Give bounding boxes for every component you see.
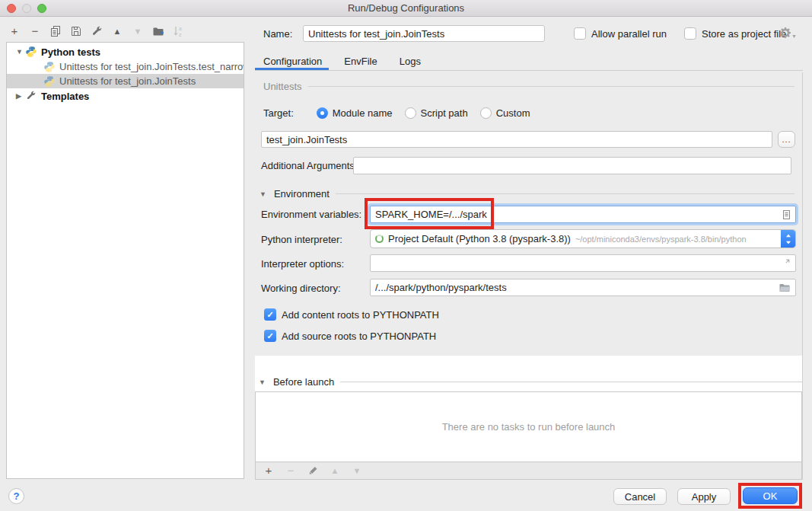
- target-input[interactable]: [261, 131, 772, 148]
- remove-icon[interactable]: −: [29, 25, 41, 37]
- close-window-button[interactable]: [7, 4, 16, 13]
- tree-item-python-tests[interactable]: ▼ Python tests: [7, 44, 244, 59]
- tree-item-unittest-narrow[interactable]: Unittests for test_join.JoinTests.test_n…: [7, 59, 244, 74]
- environment-variables-label: Environment variables:: [261, 209, 361, 220]
- configurations-tree: ▼ Python tests Unittests for test_join.J…: [6, 42, 244, 479]
- ok-button-label: OK: [763, 490, 778, 502]
- python-interpreter-label: Python interpreter:: [261, 234, 342, 245]
- move-task-up-icon: ▲: [329, 465, 341, 477]
- radio-icon[interactable]: [405, 107, 416, 119]
- add-icon[interactable]: +: [8, 25, 21, 37]
- python-interpreter-select[interactable]: Project Default (Python 3.8 (pyspark-3.8…: [370, 229, 796, 248]
- chevron-down-icon: ▼: [791, 34, 797, 39]
- radio-module-name[interactable]: Module name: [317, 107, 393, 119]
- tree-item-label: Python tests: [41, 46, 100, 58]
- chevron-down-icon[interactable]: ▼: [16, 48, 25, 56]
- traffic-lights: [7, 4, 46, 13]
- move-up-icon[interactable]: ▲: [111, 25, 123, 37]
- before-launch-toolbar: + − ▲ ▼: [255, 461, 802, 480]
- interpreter-options-input[interactable]: [370, 254, 796, 272]
- python-icon: [43, 75, 56, 88]
- radio-icon[interactable]: [480, 107, 492, 119]
- python-icon: [43, 61, 56, 73]
- checkbox-checked-icon[interactable]: ✓: [264, 308, 276, 321]
- store-as-project-file-checkbox[interactable]: Store as project file: [684, 27, 786, 40]
- name-input[interactable]: [303, 25, 545, 42]
- group-environment-label: Environment: [274, 188, 330, 200]
- python-interpreter-path: ~/opt/miniconda3/envs/pyspark-3.8/bin/py…: [575, 235, 747, 244]
- python-interpreter-value: Project Default (Python 3.8 (pyspark-3.8…: [388, 233, 571, 244]
- zoom-window-button[interactable]: [37, 4, 46, 13]
- radio-script-path[interactable]: Script path: [405, 107, 468, 119]
- folder-icon[interactable]: [779, 282, 791, 294]
- stepper-icon[interactable]: [781, 230, 795, 248]
- group-unittests: Unittests: [263, 81, 794, 92]
- move-down-icon: ▼: [132, 25, 144, 37]
- working-directory-value: /.../spark/python/pyspark/tests: [375, 282, 779, 293]
- add-task-icon[interactable]: +: [263, 465, 275, 477]
- env-list-icon[interactable]: [780, 209, 792, 221]
- move-task-down-icon: ▼: [351, 465, 363, 477]
- chevron-down-icon[interactable]: ▼: [260, 190, 266, 198]
- add-source-roots-label: Add source roots to PYTHONPATH: [282, 331, 436, 342]
- radio-selected-icon[interactable]: [317, 107, 328, 119]
- tree-item-templates[interactable]: ▶ Templates: [7, 88, 244, 104]
- tree-item-label: Unittests for test_join.JoinTests: [59, 75, 196, 87]
- additional-arguments-input[interactable]: [353, 157, 791, 174]
- group-environment: ▼ Environment: [260, 188, 794, 200]
- checkbox-icon[interactable]: [574, 27, 586, 40]
- store-as-project-file-label: Store as project file: [702, 28, 786, 40]
- python-icon: [25, 46, 37, 58]
- edit-templates-icon[interactable]: [91, 25, 103, 37]
- interpreter-options-label: Interpreter options:: [261, 258, 344, 270]
- chevron-right-icon[interactable]: ▶: [16, 92, 25, 100]
- apply-button[interactable]: Apply: [677, 488, 731, 505]
- allow-parallel-run-checkbox[interactable]: Allow parallel run: [574, 27, 667, 40]
- divider: [308, 86, 794, 87]
- before-launch-tasks-list: There are no tasks to run before launch: [255, 391, 802, 462]
- help-button[interactable]: ?: [8, 488, 24, 504]
- browse-button[interactable]: ...: [778, 131, 795, 148]
- checkbox-checked-icon[interactable]: ✓: [264, 330, 276, 342]
- tab-envfile[interactable]: EnvFile: [344, 52, 377, 70]
- radio-module-name-label: Module name: [333, 107, 393, 119]
- before-launch-empty-text: There are no tasks to run before launch: [442, 421, 616, 433]
- tree-item-unittest-jointests[interactable]: Unittests for test_join.JoinTests: [7, 74, 244, 88]
- additional-arguments-label: Additional Arguments:: [261, 160, 357, 171]
- radio-custom[interactable]: Custom: [480, 107, 530, 119]
- svg-text:a: a: [179, 26, 182, 31]
- environment-variables-input[interactable]: SPARK_HOME=/.../spark: [370, 206, 796, 223]
- working-directory-label: Working directory:: [261, 283, 341, 294]
- add-source-roots-checkbox[interactable]: ✓ Add source roots to PYTHONPATH: [264, 330, 436, 342]
- allow-parallel-run-label: Allow parallel run: [591, 28, 667, 40]
- title-bar: Run/Debug Configurations: [0, 0, 812, 17]
- save-icon[interactable]: [70, 25, 82, 37]
- svg-text:z: z: [179, 32, 182, 37]
- remove-task-icon: −: [285, 465, 297, 477]
- name-label: Name:: [263, 28, 292, 40]
- target-label: Target:: [263, 107, 294, 119]
- copy-icon[interactable]: [49, 25, 62, 37]
- gear-icon: [779, 27, 791, 39]
- cancel-button-label: Cancel: [625, 491, 655, 503]
- checkbox-icon[interactable]: [684, 27, 696, 40]
- sort-alpha-icon: az: [173, 25, 185, 37]
- chevron-down-icon[interactable]: ▼: [259, 378, 266, 386]
- radio-script-path-label: Script path: [421, 107, 468, 119]
- expand-icon[interactable]: [780, 258, 791, 269]
- radio-custom-label: Custom: [496, 107, 530, 119]
- tab-logs[interactable]: Logs: [400, 52, 421, 70]
- browse-icon: ...: [782, 135, 791, 144]
- cancel-button[interactable]: Cancel: [613, 488, 667, 505]
- tree-item-label: Unittests for test_join.JoinTests.test_n…: [59, 61, 244, 72]
- ok-button[interactable]: OK: [743, 487, 798, 504]
- working-directory-input[interactable]: /.../spark/python/pyspark/tests: [370, 279, 796, 296]
- environment-variables-value: SPARK_HOME=/.../spark: [375, 209, 780, 220]
- add-content-roots-checkbox[interactable]: ✓ Add content roots to PYTHONPATH: [264, 308, 439, 321]
- store-options-button[interactable]: ▼: [779, 27, 797, 39]
- before-launch-header: ▼ Before launch: [259, 376, 802, 388]
- divider: [340, 382, 802, 382]
- run-debug-configurations-dialog: Run/Debug Configurations + − ▲ ▼ az ▼ Py: [0, 0, 812, 511]
- new-folder-icon[interactable]: [152, 25, 164, 37]
- apply-button-label: Apply: [692, 491, 717, 503]
